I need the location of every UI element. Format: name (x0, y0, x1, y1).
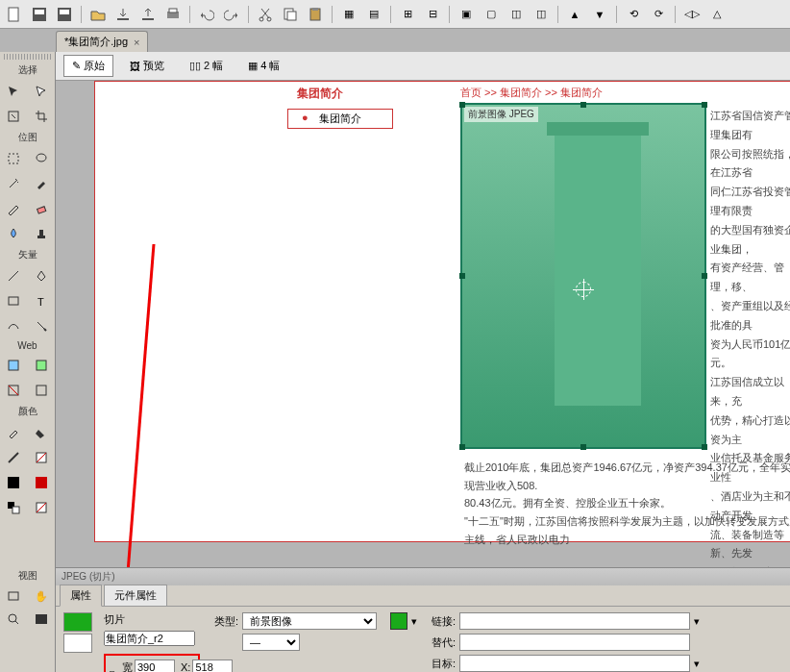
line-tool-icon[interactable] (3, 265, 24, 286)
flip-h-icon[interactable]: ◁▷ (683, 6, 701, 23)
default-colors-icon[interactable] (31, 497, 52, 518)
screen-mode-icon[interactable] (31, 610, 52, 629)
copy-icon[interactable] (282, 6, 299, 23)
resize-handle[interactable] (702, 444, 707, 450)
rotate-right-icon[interactable]: ⟳ (650, 6, 667, 23)
resize-handle[interactable] (702, 102, 707, 108)
view-original-button[interactable]: ✎ 原始 (63, 55, 113, 77)
slice-tool-icon[interactable] (31, 355, 52, 376)
marquee-tool-icon[interactable] (3, 148, 24, 169)
open-icon[interactable] (89, 6, 107, 23)
format-select[interactable]: — (242, 634, 300, 651)
resize-handle[interactable] (459, 102, 465, 108)
text-tool-icon[interactable]: T (31, 290, 52, 311)
slice-name-input[interactable] (104, 631, 195, 646)
canvas[interactable]: 集团简介 首页 >> 集团简介 >> 集团简介 集团简介 前景图像 JPEG (56, 81, 790, 567)
fill-gradient-icon[interactable] (31, 472, 52, 493)
view-4up-button[interactable]: ▦ 4 幅 (239, 55, 288, 77)
swap-colors-icon[interactable] (3, 497, 24, 518)
freeform-tool-icon[interactable] (3, 315, 24, 336)
export-icon[interactable] (139, 6, 157, 23)
svg-rect-23 (37, 361, 46, 370)
arrange3-icon[interactable]: ◫ (507, 6, 525, 23)
eyedropper-tool-icon[interactable] (3, 422, 24, 443)
ungroup-icon[interactable]: ⊟ (424, 6, 441, 23)
bucket-tool-icon[interactable] (31, 422, 52, 443)
arrange4-icon[interactable]: ◫ (532, 6, 550, 23)
dropdown-icon[interactable]: ▾ (694, 615, 700, 628)
distribute-icon[interactable]: ▤ (365, 6, 383, 23)
align-icon[interactable]: ▦ (340, 6, 358, 23)
no-stroke-icon[interactable] (31, 447, 52, 468)
pen-tool-icon[interactable] (31, 265, 52, 286)
svg-text:T: T (37, 296, 44, 308)
svg-rect-18 (37, 236, 45, 238)
subselect-tool-icon[interactable] (31, 81, 52, 102)
lock-aspect-icon[interactable]: ⎘ (110, 663, 116, 672)
close-icon[interactable]: × (134, 37, 139, 48)
redo-icon[interactable] (223, 6, 240, 23)
resize-handle[interactable] (459, 444, 465, 450)
type-select[interactable]: 前景图像 (242, 612, 377, 630)
tab-component[interactable]: 元件属性 (104, 585, 167, 606)
dropdown-icon[interactable]: ▾ (694, 658, 700, 670)
slice-bg-swatch[interactable] (63, 634, 92, 653)
resize-handle[interactable] (702, 273, 707, 279)
resize-handle[interactable] (580, 444, 586, 450)
width-input[interactable] (135, 660, 175, 672)
wand-tool-icon[interactable] (3, 173, 24, 194)
view-preview-button[interactable]: 🖼 预览 (121, 55, 173, 77)
knife-tool-icon[interactable] (31, 315, 52, 336)
document-tab[interactable]: *集团简介.jpg × (56, 31, 148, 52)
document-tab-title: *集团简介.jpg (64, 35, 128, 49)
sendback-icon[interactable]: ▼ (591, 6, 608, 23)
target-input[interactable] (459, 655, 690, 672)
hand-tool-icon[interactable]: ✋ (31, 586, 52, 606)
rect-tool-icon[interactable] (3, 290, 24, 311)
flip-v-icon[interactable]: △ (708, 6, 726, 23)
undo-icon[interactable] (198, 6, 215, 23)
zoom-tool-icon[interactable] (3, 610, 24, 629)
paste-icon[interactable] (307, 6, 324, 23)
cut-icon[interactable] (257, 6, 274, 23)
import-icon[interactable] (114, 6, 132, 23)
svg-rect-22 (9, 361, 18, 370)
blur-tool-icon[interactable] (3, 223, 24, 244)
stamp-tool-icon[interactable] (31, 223, 52, 244)
bringfront-icon[interactable]: ▲ (566, 6, 583, 23)
resize-handle[interactable] (459, 273, 465, 279)
hide-slices-icon[interactable] (3, 380, 24, 401)
pencil-tool-icon[interactable] (3, 198, 24, 219)
arrange2-icon[interactable]: ▢ (482, 6, 500, 23)
eraser-tool-icon[interactable] (31, 198, 52, 219)
alt-input[interactable] (459, 634, 690, 651)
print-icon[interactable] (164, 6, 182, 23)
hotspot-tool-icon[interactable] (3, 355, 24, 376)
stroke-swatch-icon[interactable] (3, 447, 24, 468)
pointer-tool-icon[interactable] (3, 81, 24, 102)
resize-handle[interactable] (580, 102, 586, 108)
svg-rect-17 (37, 207, 45, 213)
rotate-left-icon[interactable]: ⟲ (625, 6, 642, 23)
svg-rect-25 (37, 386, 46, 395)
new-icon[interactable] (6, 6, 23, 23)
brush-tool-icon[interactable] (31, 173, 52, 194)
arrange1-icon[interactable]: ▣ (457, 6, 475, 23)
dropdown-icon[interactable]: ▾ (411, 615, 417, 628)
link-input[interactable] (459, 612, 690, 630)
fill-black-icon[interactable] (3, 472, 24, 493)
save-as-icon[interactable] (56, 6, 73, 23)
slice-color-swatch[interactable] (63, 612, 92, 632)
scale-tool-icon[interactable] (3, 106, 24, 127)
grid-2-icon: ▯▯ (189, 60, 201, 72)
type-color-swatch[interactable] (390, 612, 407, 630)
tab-properties[interactable]: 属性 (60, 585, 102, 607)
group-icon[interactable]: ⊞ (399, 6, 416, 23)
standard-screen-icon[interactable] (3, 586, 24, 606)
show-slices-icon[interactable] (31, 380, 52, 401)
view-2up-button[interactable]: ▯▯ 2 幅 (181, 55, 232, 77)
selected-slice[interactable]: 前景图像 JPEG (460, 103, 706, 449)
crop-tool-icon[interactable] (31, 106, 52, 127)
lasso-tool-icon[interactable] (31, 148, 52, 169)
save-icon[interactable] (31, 6, 48, 23)
